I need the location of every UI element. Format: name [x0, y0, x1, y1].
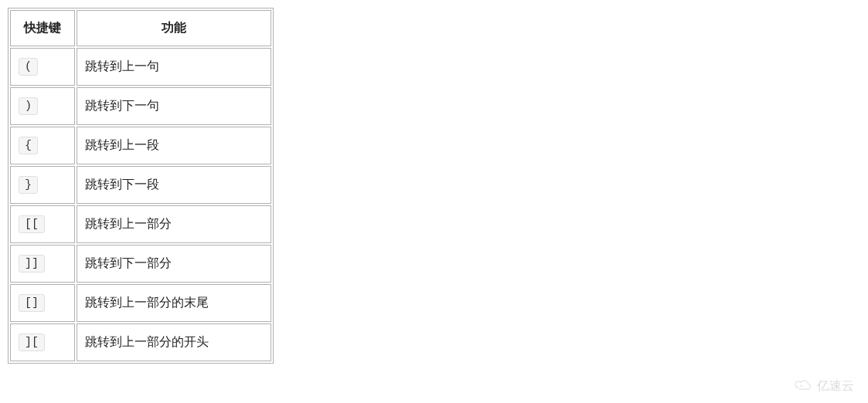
func-label: 跳转到上一句 [77, 48, 271, 86]
table-row: } 跳转到下一段 [10, 166, 271, 204]
key-label: ( [19, 58, 38, 76]
watermark-text: 亿速云 [817, 378, 854, 395]
header-function: 功能 [77, 10, 271, 46]
key-label: } [19, 176, 38, 194]
func-label: 跳转到下一段 [77, 166, 271, 204]
key-label: { [19, 137, 38, 154]
shortcut-table: 快捷键 功能 ( 跳转到上一句 ) 跳转到下一句 { 跳转到上一段 } 跳转到下… [8, 8, 274, 364]
svg-point-0 [801, 385, 803, 388]
key-label: ]] [19, 255, 45, 273]
func-label: 跳转到上一段 [77, 127, 271, 164]
header-shortcut: 快捷键 [10, 10, 75, 46]
func-label: 跳转到上一部分 [77, 205, 271, 243]
cloud-icon [792, 377, 817, 395]
table-row: [[ 跳转到上一部分 [10, 205, 271, 243]
table-row: ( 跳转到上一句 [10, 48, 271, 86]
func-label: 跳转到下一部分 [77, 245, 271, 283]
key-label: [[ [19, 215, 45, 233]
table-row: { 跳转到上一段 [10, 127, 271, 164]
key-label: [] [19, 294, 45, 312]
table-row: ]] 跳转到下一部分 [10, 245, 271, 283]
func-label: 跳转到上一部分的末尾 [77, 284, 271, 322]
key-label: ][ [19, 334, 45, 351]
func-label: 跳转到上一部分的开头 [77, 323, 271, 361]
watermark: 亿速云 [792, 377, 854, 395]
table-row: [] 跳转到上一部分的末尾 [10, 284, 271, 322]
table-row: ) 跳转到下一句 [10, 87, 271, 125]
key-label: ) [19, 97, 38, 115]
table-row: ][ 跳转到上一部分的开头 [10, 323, 271, 361]
func-label: 跳转到下一句 [77, 87, 271, 125]
